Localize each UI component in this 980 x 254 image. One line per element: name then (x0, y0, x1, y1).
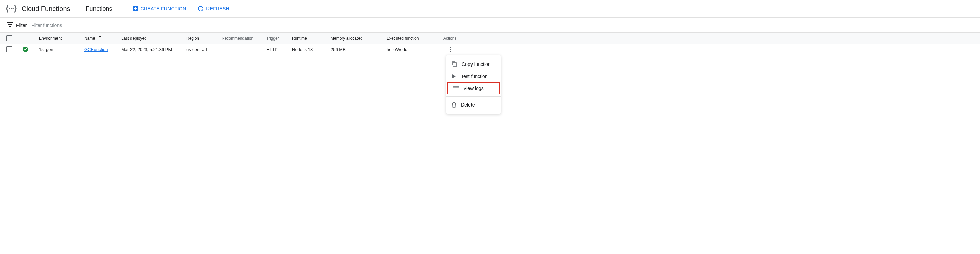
column-header-name[interactable]: Name (84, 36, 121, 41)
cell-region: us-central1 (186, 47, 222, 52)
column-header-executed[interactable]: Executed function (387, 36, 443, 41)
svg-point-1 (11, 8, 12, 10)
svg-point-4 (22, 47, 28, 52)
column-header-last-deployed[interactable]: Last deployed (121, 36, 186, 41)
header-bar: Cloud Functions Functions Create Functio… (0, 0, 980, 18)
row-checkbox[interactable] (6, 46, 13, 52)
svg-point-5 (450, 47, 451, 48)
refresh-icon (198, 6, 204, 11)
filter-icon (7, 22, 13, 28)
function-name-link[interactable]: GCFunction (84, 47, 108, 52)
create-function-button[interactable]: Create Function (129, 3, 190, 14)
column-header-environment[interactable]: Environment (38, 36, 84, 41)
column-header-recommendation[interactable]: Recommendation (222, 36, 266, 41)
filter-input[interactable] (31, 22, 973, 28)
svg-point-0 (9, 8, 10, 10)
functions-table: Environment Name Last deployed Region Re… (0, 33, 980, 55)
column-header-region[interactable]: Region (186, 36, 222, 41)
cell-executed: helloWorld (387, 47, 443, 52)
plus-icon (132, 6, 138, 11)
svg-point-7 (450, 51, 451, 52)
cell-last-deployed: Mar 22, 2023, 5:21:36 PM (121, 47, 186, 52)
create-function-label: Create Function (141, 6, 186, 11)
product-title: Cloud Functions (22, 5, 80, 13)
cell-trigger: HTTP (266, 47, 292, 52)
cell-memory: 256 MB (331, 47, 387, 52)
column-header-runtime[interactable]: Runtime (292, 36, 331, 41)
svg-point-2 (13, 8, 14, 10)
svg-point-6 (450, 49, 451, 50)
column-header-memory[interactable]: Memory allocated (331, 36, 387, 41)
refresh-label: Refresh (206, 6, 229, 11)
table-header-row: Environment Name Last deployed Region Re… (0, 33, 980, 44)
more-vert-icon (450, 47, 451, 52)
table-row: 1st gen GCFunction Mar 22, 2023, 5:21:36… (0, 44, 980, 55)
filter-bar: Filter (0, 18, 980, 33)
cell-runtime: Node.js 18 (292, 47, 331, 52)
row-actions-button[interactable] (447, 45, 455, 53)
cell-environment: 1st gen (38, 47, 84, 52)
select-all-checkbox[interactable] (6, 35, 13, 41)
refresh-button[interactable]: Refresh (194, 3, 234, 14)
sort-ascending-icon (98, 36, 102, 41)
page-title: Functions (86, 5, 112, 13)
column-header-actions: Actions (443, 36, 467, 41)
product-logo-icon (5, 3, 18, 15)
filter-label: Filter (16, 22, 27, 28)
status-ok-icon (22, 46, 28, 52)
column-header-trigger[interactable]: Trigger (266, 36, 292, 41)
